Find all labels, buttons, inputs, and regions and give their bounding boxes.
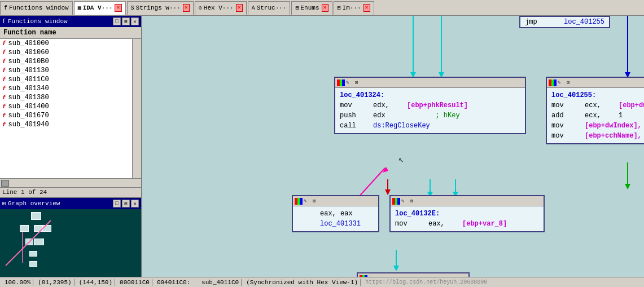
tab-im[interactable]: ⊞ Im··· ✕ — [334, 1, 374, 15]
code-block-body: loc_40132E: mov eax, [ebp+var_8] — [391, 206, 544, 231]
edit-icon[interactable]: ✎ — [304, 198, 312, 205]
mnemonic: mov — [551, 121, 582, 131]
graph-view[interactable]: jmp loc_401255 ✎ ⊠ loc_401324: mov edx, … — [142, 16, 644, 277]
func-name: sub_401940 — [8, 121, 49, 129]
tab-ida-close[interactable]: ✕ — [115, 4, 121, 12]
ida-tab-icon: ▦ — [78, 5, 81, 11]
edit-icon[interactable]: ✎ — [346, 80, 354, 86]
func-type-icon: f — [2, 121, 6, 128]
code-block-bottom-partial[interactable]: ✎ ⊠ — [357, 272, 470, 277]
nav-icon[interactable]: ⊠ — [410, 198, 418, 205]
func-name: sub_401130 — [8, 67, 49, 74]
edit-icon[interactable]: ✎ — [558, 80, 566, 86]
edit-icon[interactable]: ✎ — [369, 275, 376, 277]
tab-im-label: Im··· — [343, 5, 361, 11]
list-item[interactable]: f sub_401340 — [0, 84, 132, 93]
tab-functions[interactable]: f Functions window — [0, 1, 73, 15]
graph-mini-block — [25, 239, 33, 245]
tab-ida-label: IDA V··· — [83, 5, 113, 11]
pin-button[interactable]: □ — [113, 17, 121, 25]
graph-overview-panel: ⊞ Graph overview □ ⊞ ✕ — [0, 197, 141, 277]
tab-enums-close[interactable]: ✕ — [322, 4, 328, 12]
status-func-name: sub_4011C0 — [201, 279, 239, 286]
code-block-titlebar: ✎ ⊠ — [335, 78, 525, 88]
list-item[interactable]: f sub_401380 — [0, 93, 132, 102]
list-item[interactable]: f sub_4011C0 — [0, 75, 132, 84]
cursor-indicator: ↖ — [398, 154, 404, 165]
functions-list[interactable]: f sub_401000 f sub_401060 f sub_4010B0 f… — [0, 39, 132, 178]
func-name: sub_401340 — [8, 85, 49, 92]
operand2: [ebp+dwIndex] — [619, 100, 644, 111]
tab-struc-label: Struc··· — [257, 5, 287, 11]
func-type-icon: f — [2, 112, 6, 119]
tab-enums-label: Enums — [301, 5, 319, 11]
list-item[interactable]: f sub_401670 — [0, 111, 132, 120]
nav-icon[interactable]: ⊠ — [378, 275, 385, 277]
func-type-icon: f — [2, 94, 6, 101]
svg-marker-17 — [383, 167, 388, 173]
func-type-icon: f — [2, 103, 6, 110]
tab-hex[interactable]: ⊙ Hex V··· ✕ — [195, 1, 247, 15]
code-block-40132E[interactable]: ✎ ⊠ loc_40132E: mov eax, [ebp+var_8] — [389, 195, 545, 232]
status-offset: (144,150) — [77, 279, 115, 286]
comment: ; hKey — [407, 111, 460, 121]
close-button[interactable]: ✕ — [131, 17, 139, 25]
nav-icon[interactable]: ⊠ — [355, 80, 363, 86]
code-block-partial-left[interactable]: ✎ ⊠ eax, eax loc_401331 — [292, 195, 379, 232]
operand: loc_401331 — [320, 219, 361, 229]
scroll-thumb[interactable] — [1, 180, 9, 187]
list-item[interactable]: f sub_401060 — [0, 48, 132, 57]
list-item[interactable]: f sub_4010B0 — [0, 57, 132, 66]
code-block-body: eax, eax loc_401331 — [293, 206, 378, 231]
code-block-401255[interactable]: ✎ ⊠ loc_401255: mov ecx, [ebp+dwIndex] a… — [546, 77, 644, 144]
block-label: loc_40132E: — [395, 209, 440, 219]
arrow-canvas — [142, 16, 644, 277]
func-type-icon: f — [2, 76, 6, 83]
graph-overview-content[interactable] — [0, 209, 141, 277]
tab-strings-close[interactable]: ✕ — [183, 4, 190, 12]
mnemonic: call — [340, 121, 371, 131]
list-item[interactable]: f sub_401400 — [0, 102, 132, 111]
list-item[interactable]: f sub_401130 — [0, 66, 132, 75]
func-name: sub_401400 — [8, 103, 49, 111]
float-button[interactable]: ⊞ — [122, 17, 130, 25]
list-item[interactable]: f sub_401000 — [0, 39, 132, 48]
nav-icon[interactable]: ⊠ — [567, 80, 575, 86]
block-label: loc_401255: — [551, 90, 596, 100]
graph-float-button[interactable]: ⊞ — [122, 200, 130, 207]
functions-column-header: Function name — [0, 27, 141, 39]
tab-im-close[interactable]: ✕ — [363, 4, 370, 12]
tab-ida[interactable]: ▦ IDA V··· ✕ — [74, 1, 126, 15]
vertical-scrollbar[interactable] — [132, 39, 141, 178]
operand2: [ebp+var_8] — [462, 219, 507, 229]
code-block-titlebar: ✎ ⊠ — [293, 196, 378, 206]
tab-hex-close[interactable]: ✕ — [236, 4, 243, 12]
edit-icon[interactable]: ✎ — [401, 198, 409, 205]
tab-enums[interactable]: ⊞ Enums ✕ — [291, 1, 332, 15]
color-icon — [295, 198, 303, 205]
mnemonic: mov — [395, 219, 426, 229]
graph-overview-title: Graph overview — [8, 200, 113, 207]
line-count: Line 1 of 24 — [2, 189, 47, 196]
graph-close-button[interactable]: ✕ — [131, 200, 139, 207]
mnemonic: mov — [551, 131, 582, 141]
graph-pin-button[interactable]: □ — [113, 200, 121, 207]
horizontal-scrollbar[interactable] — [0, 178, 141, 187]
func-name: sub_401380 — [8, 94, 49, 101]
list-item[interactable]: f sub_401940 — [0, 120, 132, 129]
graph-titlebar-buttons: □ ⊞ ✕ — [113, 200, 139, 207]
status-full-addr: 004011C0: sub_4011C0 — [155, 279, 242, 286]
tab-struc[interactable]: A Struc··· — [248, 1, 291, 15]
tab-strings[interactable]: S Strings w··· ✕ — [127, 1, 194, 15]
hex-tab-icon: ⊙ — [199, 5, 202, 11]
code-block-titlebar: ✎ ⊠ — [391, 196, 544, 206]
func-name: sub_401000 — [8, 39, 49, 47]
code-block-401324[interactable]: ✎ ⊠ loc_401324: mov edx, [ebp+phkResult]… — [334, 77, 526, 134]
mnemonic: mov — [340, 100, 371, 111]
status-sync-info: (Synchronized with Hex View-1) — [244, 279, 361, 286]
nav-icon[interactable]: ⊠ — [313, 198, 321, 205]
strings-tab-icon: S — [131, 5, 134, 11]
jmp-mnemonic: jmp — [525, 18, 537, 26]
func-type-icon: f — [2, 67, 6, 74]
block-label: loc_401324: — [340, 90, 384, 100]
